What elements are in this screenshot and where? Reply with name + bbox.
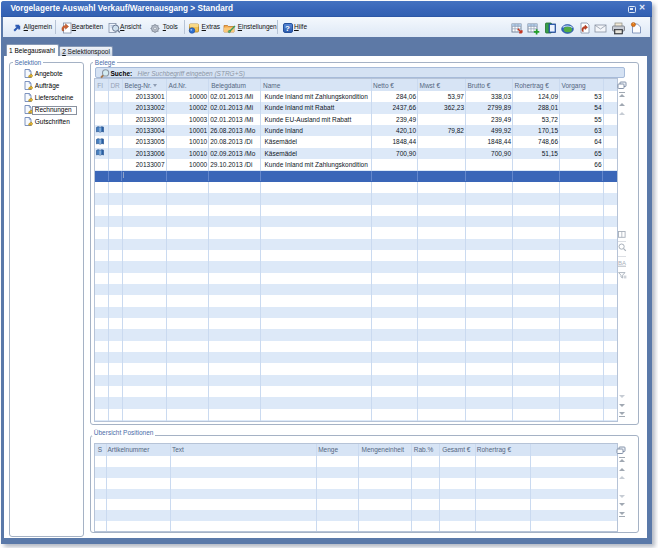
svg-text:BA: BA bbox=[618, 259, 626, 265]
